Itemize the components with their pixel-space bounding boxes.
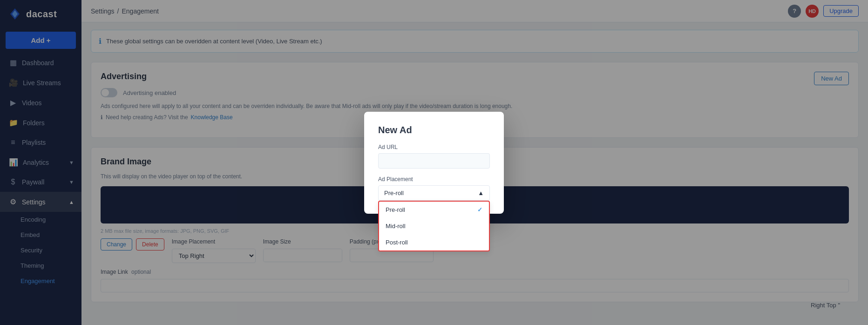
ad-placement-select-wrapper: Pre-roll ▲ Pre-roll ✓ Mid-roll Post-roll — [378, 185, 490, 201]
chevron-up-icon: ▲ — [478, 190, 484, 196]
dropdown-item-preroll[interactable]: Pre-roll ✓ — [379, 202, 489, 218]
dropdown-item-postroll[interactable]: Post-roll — [379, 234, 489, 251]
dropdown-item-midroll[interactable]: Mid-roll — [379, 218, 489, 234]
preroll-label: Pre-roll — [386, 206, 405, 213]
ad-url-label: Ad URL — [378, 144, 490, 150]
ad-placement-dropdown-trigger[interactable]: Pre-roll ▲ — [378, 185, 490, 201]
modal-title: New Ad — [378, 125, 490, 135]
ad-url-input[interactable] — [378, 153, 490, 169]
midroll-label: Mid-roll — [386, 223, 406, 230]
postroll-label: Post-roll — [386, 239, 408, 246]
selected-placement-text: Pre-roll — [384, 190, 404, 196]
check-icon: ✓ — [477, 206, 482, 213]
ad-placement-dropdown: Pre-roll ✓ Mid-roll Post-roll — [378, 201, 490, 251]
ad-placement-label: Ad Placement — [378, 176, 490, 183]
modal-overlay[interactable]: New Ad Ad URL Ad Placement Pre-roll ▲ Pr… — [0, 0, 868, 325]
new-ad-modal: New Ad Ad URL Ad Placement Pre-roll ▲ Pr… — [364, 112, 504, 214]
